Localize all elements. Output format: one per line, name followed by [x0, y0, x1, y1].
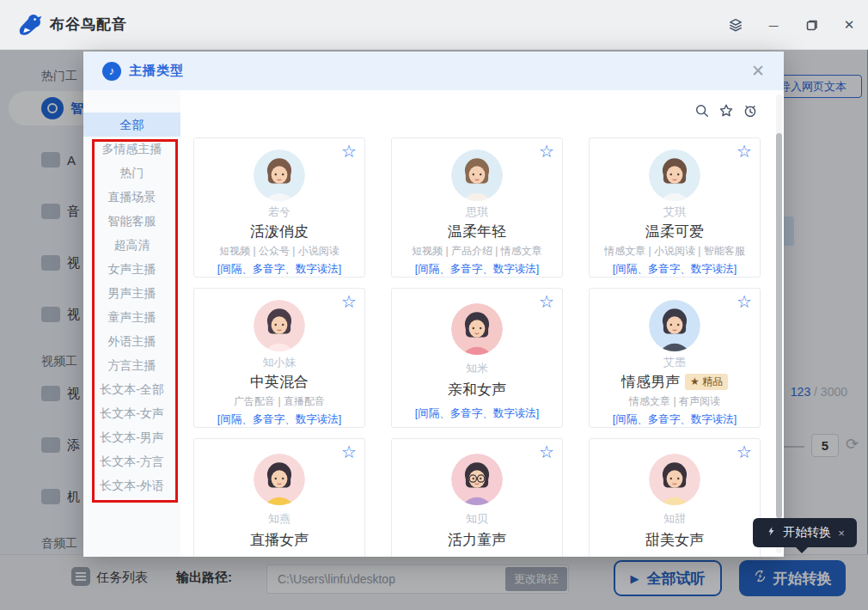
favorite-star-icon[interactable]: ☆ [341, 143, 357, 160]
pronunciation-settings-link[interactable]: [间隔、多音字、数字读法] [613, 262, 737, 277]
pronunciation-settings-link[interactable]: [间隔、多音字、数字读法] [217, 262, 341, 277]
voice-name: 思琪 [466, 204, 488, 220]
minimize-button[interactable]: ─ [755, 0, 792, 50]
voice-card[interactable]: ☆ 艾墨 情感男声 ★ 精品 情感文章 | 有 [589, 288, 761, 428]
voice-name: 艾墨 [663, 355, 686, 370]
voice-scene-tags: 广告配音 | 直播配音 [234, 394, 325, 409]
modal-close-icon[interactable]: ✕ [748, 61, 768, 81]
voice-style-title: 中英混合 [250, 372, 309, 392]
voice-name: 知小妹 [263, 355, 296, 370]
voice-name: 知甜 [663, 511, 686, 527]
favorite-star-icon[interactable]: ☆ [737, 293, 752, 310]
favorite-star-icon[interactable]: ☆ [737, 143, 752, 160]
app-name: 布谷鸟配音 [50, 15, 127, 34]
avatar [254, 454, 305, 505]
avatar [254, 300, 305, 351]
scrollbar-track[interactable] [776, 95, 782, 553]
voice-style-title: 甜美女声 [645, 530, 704, 550]
avatar [451, 149, 503, 201]
voice-name: 知贝 [466, 511, 488, 527]
voice-card[interactable]: ☆ 艾琪 温柔可爱 情感文章 | 小说阅读 [589, 137, 761, 278]
pronunciation-settings-link[interactable]: [间隔、多音字、数字读法] [415, 406, 539, 421]
avatar [451, 303, 503, 355]
modal-toolbar [694, 103, 758, 122]
music-note-icon: ♪ [102, 62, 121, 81]
avatar [649, 454, 700, 505]
voice-card[interactable]: ☆ 思琪 温柔年轻 短视频 | 产品介绍 | [391, 137, 563, 278]
favorite-star-icon[interactable]: ☆ [737, 443, 752, 461]
voice-card[interactable]: ☆ 知小妹 中英混合 广告配音 | 直播配音 [193, 288, 365, 428]
voice-card[interactable]: ☆ 知米 亲和女声 [间隔、多音字 [391, 288, 563, 428]
favorite-star-icon[interactable]: ☆ [341, 443, 357, 461]
voice-card-grid: ☆ 若兮 活泼俏皮 短视频 | 公众号 | [193, 137, 761, 557]
voice-scene-tags: 短视频 | 产品介绍 | 情感文章 [412, 244, 542, 259]
pronunciation-settings-link[interactable]: [间隔、多音字、数字读法] [613, 412, 737, 427]
voice-name: 知米 [466, 361, 488, 376]
layers-icon[interactable] [717, 0, 755, 50]
scrollbar-thumb[interactable] [776, 133, 782, 518]
pronunciation-settings-link[interactable]: [间隔、多音字、数字读法] [217, 412, 341, 427]
voice-scene-tags: 短视频 | 公众号 | 小说阅读 [219, 244, 339, 259]
voice-name: 知燕 [268, 511, 290, 527]
favorite-star-icon[interactable]: ☆ [539, 143, 554, 160]
voice-card[interactable]: ☆ 知贝 活力童声 [间隔、多音字 [391, 438, 563, 557]
avatar [649, 149, 700, 201]
voice-card[interactable]: ☆ 知燕 直播女声 [间隔、多音字 [193, 438, 365, 557]
voice-card[interactable]: ☆ 知甜 甜美女声 [间隔、多音字 [589, 438, 761, 557]
app-window: 热门工 智 A 音 视 视 视频工 视 添 机 音频工 导入网页文本 123 /… [0, 0, 868, 610]
app-logo-icon [15, 11, 43, 39]
history-icon[interactable] [743, 103, 758, 122]
favorite-star-icon[interactable]: ☆ [539, 293, 554, 310]
modal-header: ♪ 主播类型 ✕ [83, 52, 784, 90]
tooltip-close-icon[interactable]: × [838, 527, 845, 540]
avatar [451, 454, 503, 505]
voice-card[interactable]: ☆ 若兮 活泼俏皮 短视频 | 公众号 | [193, 137, 365, 278]
title-bar: 布谷鸟配音 ─ ✕ [0, 0, 868, 50]
voice-style-title: 直播女声 [250, 530, 309, 550]
voice-style-title: 亲和女声 [448, 380, 506, 400]
modal-body: 全部多情感主播热门直播场景智能客服超高清女声主播男声主播童声主播外语主播方言主播… [83, 90, 784, 557]
pronunciation-settings-link[interactable]: [间隔、多音字、数字读法] [415, 262, 539, 277]
close-button[interactable]: ✕ [830, 0, 868, 50]
tooltip-text: 开始转换 [783, 525, 831, 540]
avatar [254, 149, 305, 201]
modal-title: 主播类型 [129, 63, 184, 79]
premium-badge: ★ 精品 [685, 374, 728, 390]
voice-scene-tags: 情感文章 | 小说阅读 | 智能客服 [604, 244, 745, 259]
category-item[interactable]: 全部 [83, 113, 180, 137]
voice-name: 若兮 [268, 204, 290, 220]
maximize-button[interactable] [792, 0, 830, 50]
voice-style-title: 情感男声 [621, 372, 680, 392]
favorite-star-icon[interactable]: ☆ [341, 293, 357, 310]
voice-style-title: 温柔年轻 [448, 222, 506, 241]
tooltip-bolt-icon [765, 525, 778, 540]
voice-style-title: 活力童声 [448, 530, 506, 550]
voice-name: 艾琪 [663, 204, 686, 220]
voice-style-title: 温柔可爱 [645, 222, 704, 241]
voice-type-modal: ♪ 主播类型 ✕ 全部多情感主播热门直播场景智能客服超高清女声主播男声主播童声主… [83, 52, 784, 557]
search-icon[interactable] [694, 103, 710, 122]
annotation-red-box [92, 139, 178, 503]
voice-scene-tags: 情感文章 | 有声阅读 [629, 394, 720, 409]
avatar [649, 300, 700, 351]
start-convert-tooltip: 开始转换 × [753, 518, 857, 547]
tooltip-arrow [796, 547, 808, 553]
voice-style-title: 活泼俏皮 [250, 222, 309, 241]
favorite-star-icon[interactable]: ☆ [539, 443, 554, 461]
favorite-icon[interactable] [718, 103, 734, 122]
